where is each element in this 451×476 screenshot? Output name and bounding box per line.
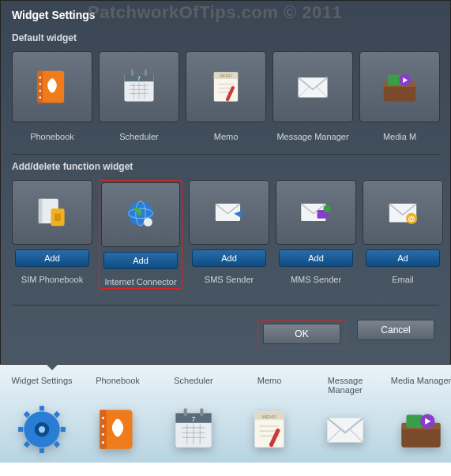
svg-rect-71 [200, 408, 203, 416]
cancel-button[interactable]: Cancel [357, 320, 434, 340]
svg-rect-70 [184, 408, 187, 416]
memo-icon: MEMO [203, 64, 249, 110]
default-widget-label: Message Manager [272, 132, 353, 141]
func-widget-label: Internet Connector [104, 277, 176, 287]
add-button[interactable]: Add [15, 249, 89, 267]
svg-rect-15 [131, 69, 133, 76]
globe-icon [121, 195, 160, 234]
add-button[interactable]: Add [192, 249, 266, 267]
svg-rect-51 [18, 427, 23, 432]
default-widget-label: Default widget [1, 26, 450, 51]
calendar-icon: 7 [167, 403, 220, 456]
envelope-icon [318, 403, 372, 456]
svg-text:MEMO: MEMO [261, 414, 276, 419]
dock: Widget Settings Phonebook Scheduler 7 Me… [0, 365, 451, 463]
phonebook-icon [29, 64, 75, 110]
dialog-footer: OK Cancel [1, 305, 450, 364]
dock-item-label: Media Manager [391, 376, 451, 398]
func-widget-tile: Add SMS Sender [189, 180, 269, 289]
svg-rect-30 [39, 199, 43, 223]
func-widget-box[interactable]: @ [363, 180, 443, 245]
ok-button[interactable]: OK [263, 324, 340, 344]
func-widget-label: Add/delete function widget [1, 155, 450, 180]
default-widget-labels: PhonebookSchedulerMemoMessage ManagerMed… [1, 129, 450, 152]
add-button[interactable]: Ad [366, 249, 440, 267]
func-widget-tile: Add Internet Connector [101, 182, 180, 287]
dock-item[interactable]: Scheduler 7 [158, 376, 229, 456]
func-widget-box[interactable] [12, 180, 92, 245]
envelope-icon [290, 64, 336, 110]
svg-point-4 [39, 90, 42, 92]
svg-rect-32 [54, 214, 61, 221]
svg-rect-47 [61, 427, 66, 432]
widget-settings-dialog: Widget Settings PatchworkOfTips.com © 20… [0, 0, 451, 365]
svg-rect-49 [39, 448, 44, 453]
default-widget-label: Memo [186, 132, 266, 141]
highlight-box: Add Internet Connector [99, 180, 182, 289]
memo-icon: MEMO [242, 403, 296, 456]
phonebook-icon [91, 403, 145, 456]
dialog-title: Widget Settings [1, 1, 450, 26]
func-widget-tile: Add MMS Sender [276, 180, 356, 289]
default-widget-tile[interactable]: MEMO [186, 51, 266, 122]
svg-point-2 [39, 77, 42, 79]
func-widget-label: SMS Sender [205, 275, 254, 284]
default-widget-label: Scheduler [99, 132, 179, 141]
default-widget-label: Media M [359, 132, 440, 141]
svg-rect-53 [39, 406, 44, 410]
func-widget-box[interactable] [101, 182, 180, 247]
dock-item-label: Scheduler [174, 376, 213, 398]
dock-item[interactable]: Message Manager [310, 376, 381, 456]
dock-item[interactable]: Memo MEMO [234, 376, 305, 456]
sim-phonebook-icon [32, 193, 72, 232]
svg-text:7: 7 [137, 76, 141, 81]
svg-rect-16 [145, 69, 147, 76]
dock-item[interactable]: Media Manager [385, 376, 451, 456]
func-widget-row: Add SIM Phonebook Add Internet Connector… [1, 180, 450, 303]
func-widget-box[interactable] [189, 180, 269, 245]
ok-highlight: OK [257, 320, 346, 348]
svg-point-40 [323, 205, 330, 212]
svg-point-46 [39, 426, 45, 433]
default-widget-row: 7MEMO [1, 51, 450, 129]
dock-item-label: Message Manager [310, 376, 381, 398]
func-widget-label: SIM Phonebook [21, 275, 83, 284]
dock-item-label: Memo [257, 376, 282, 398]
email-icon: @ [383, 193, 423, 232]
svg-text:@: @ [408, 215, 415, 223]
dock-item[interactable]: Phonebook [82, 376, 153, 456]
dock-item-label: Widget Settings [11, 376, 72, 398]
svg-point-60 [102, 441, 104, 444]
default-widget-tile[interactable]: 7 [99, 51, 179, 122]
func-widget-tile: Add SIM Phonebook [12, 180, 92, 289]
calendar-icon: 7 [116, 64, 162, 110]
dialog-pointer [45, 363, 59, 370]
add-button[interactable]: Add [103, 252, 178, 269]
func-widget-box[interactable] [276, 180, 356, 245]
mms-icon [296, 193, 336, 232]
sms-icon [209, 193, 249, 232]
dock-item-label: Phonebook [96, 376, 140, 398]
media-icon [394, 403, 448, 456]
default-widget-label: Phonebook [12, 132, 92, 141]
svg-text:MEMO: MEMO [220, 73, 232, 78]
dock-item[interactable]: Widget Settings [6, 376, 77, 456]
svg-point-59 [102, 433, 104, 436]
default-widget-tile[interactable] [272, 51, 353, 122]
svg-text:7: 7 [192, 416, 196, 423]
func-widget-label: Email [392, 275, 414, 284]
svg-point-58 [102, 425, 104, 427]
svg-point-3 [39, 83, 42, 85]
default-widget-tile[interactable] [12, 51, 92, 122]
media-icon [377, 64, 423, 110]
svg-point-57 [102, 417, 104, 419]
default-widget-tile[interactable] [359, 51, 440, 122]
gear-icon [15, 403, 69, 456]
svg-point-36 [144, 218, 152, 227]
svg-point-5 [39, 96, 42, 99]
func-widget-tile: @ Ad Email [363, 180, 443, 289]
func-widget-label: MMS Sender [291, 275, 341, 284]
add-button[interactable]: Add [279, 249, 353, 267]
